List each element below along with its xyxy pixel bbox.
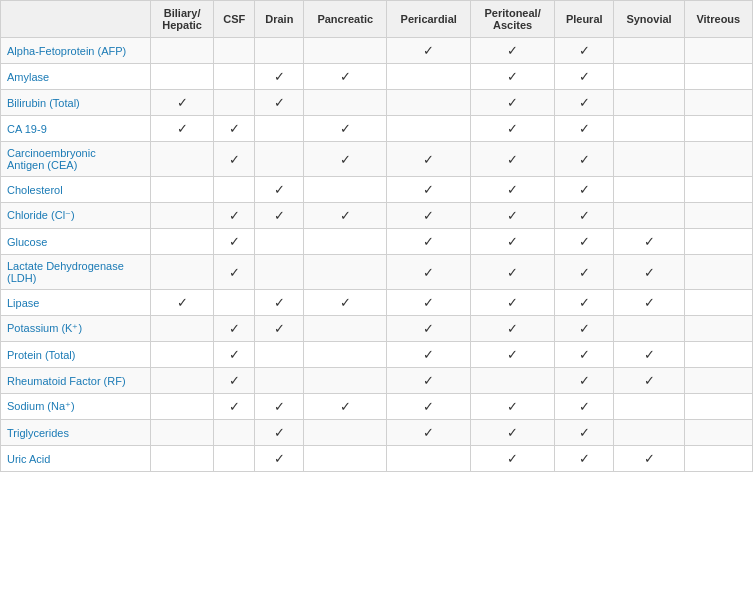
table-row: Uric Acid✓✓✓✓ xyxy=(1,446,753,472)
check-cell: ✓ xyxy=(614,290,684,316)
check-cell: ✓ xyxy=(214,368,255,394)
table-row: CarcinoembryonicAntigen (CEA)✓✓✓✓✓ xyxy=(1,142,753,177)
check-mark: ✓ xyxy=(340,295,351,310)
row-label: Bilirubin (Total) xyxy=(1,90,151,116)
check-mark: ✓ xyxy=(579,265,590,280)
check-mark: ✓ xyxy=(274,425,285,440)
table-row: Lipase✓✓✓✓✓✓✓ xyxy=(1,290,753,316)
check-cell xyxy=(214,177,255,203)
check-cell: ✓ xyxy=(387,420,471,446)
check-cell: ✓ xyxy=(255,420,304,446)
check-mark: ✓ xyxy=(579,152,590,167)
check-mark: ✓ xyxy=(274,208,285,223)
table-row: Alpha-Fetoprotein (AFP)✓✓✓ xyxy=(1,38,753,64)
check-mark: ✓ xyxy=(507,121,518,136)
check-mark: ✓ xyxy=(579,295,590,310)
check-mark: ✓ xyxy=(423,347,434,362)
check-cell xyxy=(151,446,214,472)
check-cell xyxy=(684,290,752,316)
check-cell xyxy=(214,64,255,90)
check-cell xyxy=(304,446,387,472)
col-header-label xyxy=(1,1,151,38)
check-cell: ✓ xyxy=(471,177,555,203)
check-cell xyxy=(684,394,752,420)
check-cell xyxy=(684,38,752,64)
check-cell: ✓ xyxy=(255,177,304,203)
check-mark: ✓ xyxy=(644,265,655,280)
check-mark: ✓ xyxy=(507,321,518,336)
check-cell: ✓ xyxy=(555,446,614,472)
check-cell xyxy=(304,342,387,368)
check-mark: ✓ xyxy=(177,121,188,136)
check-mark: ✓ xyxy=(507,208,518,223)
check-cell xyxy=(684,203,752,229)
check-mark: ✓ xyxy=(579,95,590,110)
row-label: Rheumatoid Factor (RF) xyxy=(1,368,151,394)
check-cell xyxy=(151,203,214,229)
check-mark: ✓ xyxy=(423,295,434,310)
check-cell: ✓ xyxy=(255,64,304,90)
check-mark: ✓ xyxy=(507,152,518,167)
check-mark: ✓ xyxy=(579,425,590,440)
check-cell xyxy=(214,290,255,316)
col-header-pericardial: Pericardial xyxy=(387,1,471,38)
check-cell: ✓ xyxy=(387,368,471,394)
check-mark: ✓ xyxy=(579,69,590,84)
check-cell: ✓ xyxy=(555,116,614,142)
check-cell: ✓ xyxy=(151,90,214,116)
check-cell: ✓ xyxy=(387,177,471,203)
check-cell xyxy=(614,142,684,177)
check-cell xyxy=(684,255,752,290)
check-cell xyxy=(387,116,471,142)
check-cell: ✓ xyxy=(555,142,614,177)
row-label: CA 19-9 xyxy=(1,116,151,142)
check-cell xyxy=(151,64,214,90)
check-cell: ✓ xyxy=(614,446,684,472)
check-cell xyxy=(614,38,684,64)
check-cell: ✓ xyxy=(304,64,387,90)
check-cell xyxy=(304,255,387,290)
check-mark: ✓ xyxy=(229,373,240,388)
check-mark: ✓ xyxy=(229,347,240,362)
check-mark: ✓ xyxy=(423,399,434,414)
check-cell: ✓ xyxy=(555,420,614,446)
check-cell xyxy=(614,203,684,229)
row-label: Protein (Total) xyxy=(1,342,151,368)
row-label: Uric Acid xyxy=(1,446,151,472)
check-mark: ✓ xyxy=(579,182,590,197)
row-label: Amylase xyxy=(1,64,151,90)
check-cell xyxy=(684,446,752,472)
check-cell xyxy=(387,90,471,116)
check-mark: ✓ xyxy=(644,234,655,249)
check-cell xyxy=(614,177,684,203)
check-mark: ✓ xyxy=(274,321,285,336)
check-mark: ✓ xyxy=(274,399,285,414)
check-cell xyxy=(684,420,752,446)
check-cell xyxy=(255,116,304,142)
row-label: Chloride (Cl⁻) xyxy=(1,203,151,229)
check-cell: ✓ xyxy=(255,316,304,342)
table-row: Chloride (Cl⁻)✓✓✓✓✓✓ xyxy=(1,203,753,229)
check-mark: ✓ xyxy=(423,234,434,249)
check-mark: ✓ xyxy=(423,182,434,197)
check-mark: ✓ xyxy=(644,295,655,310)
check-mark: ✓ xyxy=(423,321,434,336)
check-cell xyxy=(614,316,684,342)
check-mark: ✓ xyxy=(507,69,518,84)
check-cell: ✓ xyxy=(471,142,555,177)
check-mark: ✓ xyxy=(579,399,590,414)
check-cell xyxy=(255,342,304,368)
check-cell: ✓ xyxy=(555,316,614,342)
check-cell: ✓ xyxy=(471,64,555,90)
check-mark: ✓ xyxy=(423,425,434,440)
check-cell: ✓ xyxy=(614,368,684,394)
check-cell: ✓ xyxy=(387,38,471,64)
check-cell: ✓ xyxy=(471,342,555,368)
check-mark: ✓ xyxy=(177,95,188,110)
check-cell: ✓ xyxy=(255,203,304,229)
check-mark: ✓ xyxy=(229,234,240,249)
check-cell: ✓ xyxy=(471,203,555,229)
check-cell: ✓ xyxy=(214,142,255,177)
check-mark: ✓ xyxy=(274,295,285,310)
check-cell xyxy=(684,229,752,255)
